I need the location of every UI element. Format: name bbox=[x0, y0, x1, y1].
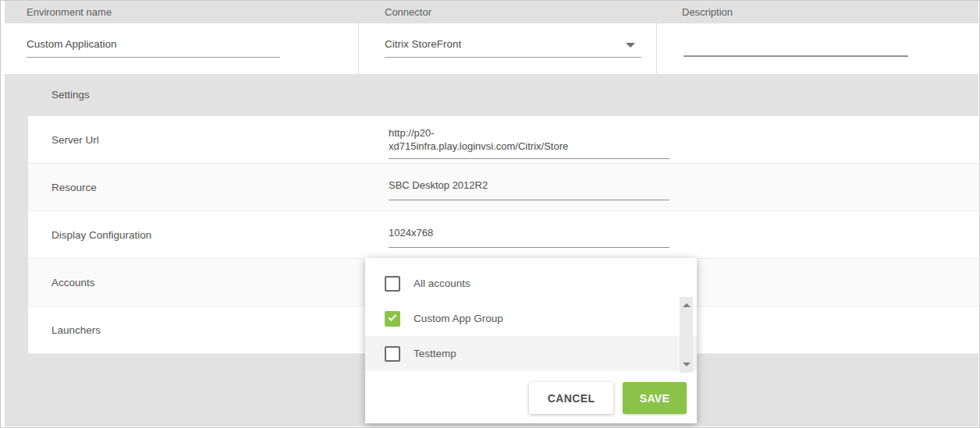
server-url-input[interactable]: http://p20- xd715infra.play.loginvsi.com… bbox=[389, 122, 669, 159]
account-option-label: All accounts bbox=[414, 278, 470, 289]
chevron-down-icon bbox=[626, 43, 635, 48]
popup-scrollbar[interactable] bbox=[680, 297, 693, 373]
environment-editor: Environment name Connector Description C… bbox=[0, 0, 980, 428]
cancel-button[interactable]: CANCEL bbox=[529, 382, 613, 414]
connector-select-value: Citrix StoreFront bbox=[385, 38, 461, 50]
description-input[interactable] bbox=[684, 38, 908, 57]
checkbox[interactable] bbox=[385, 311, 400, 327]
accounts-option-list: All accounts Custom App Group Testtemp bbox=[365, 266, 697, 371]
save-button[interactable]: SAVE bbox=[623, 382, 687, 414]
settings-section-title: Settings bbox=[51, 74, 90, 116]
account-option-custom-app-group[interactable]: Custom App Group bbox=[365, 301, 697, 336]
checkmark-icon bbox=[389, 313, 397, 321]
setting-label: Accounts bbox=[51, 259, 95, 306]
setting-label: Resource bbox=[51, 164, 97, 211]
setting-label: Server Url bbox=[51, 116, 99, 164]
environment-input-row: Custom Application Citrix StoreFront bbox=[2, 23, 978, 74]
setting-row-resource: Resource SBC Desktop 2012R2 bbox=[28, 164, 978, 211]
setting-label: Launchers bbox=[51, 306, 101, 354]
display-configuration-input[interactable]: 1024x768 bbox=[389, 222, 669, 248]
resource-input[interactable]: SBC Desktop 2012R2 bbox=[389, 175, 669, 200]
checkbox[interactable] bbox=[385, 346, 400, 362]
setting-label: Display Configuration bbox=[51, 211, 151, 259]
checkbox[interactable] bbox=[385, 276, 400, 292]
account-option-all-accounts[interactable]: All accounts bbox=[365, 266, 697, 301]
scroll-up-arrow-icon[interactable] bbox=[683, 303, 691, 307]
environment-name-input[interactable]: Custom Application bbox=[27, 38, 280, 58]
connector-select[interactable]: Citrix StoreFront bbox=[385, 38, 641, 58]
setting-row-server-url: Server Url http://p20- xd715infra.play.l… bbox=[28, 116, 978, 164]
server-url-line2: xd715infra.play.loginvsi.com/Citrix/Stor… bbox=[389, 140, 669, 153]
scroll-down-arrow-icon[interactable] bbox=[683, 363, 691, 366]
setting-row-display-configuration: Display Configuration 1024x768 bbox=[28, 211, 978, 259]
account-option-label: Testtemp bbox=[414, 348, 456, 359]
column-divider bbox=[358, 23, 359, 74]
column-header-strip: Environment name Connector Description bbox=[5, 1, 978, 23]
environment-name-column-header: Environment name bbox=[27, 1, 112, 23]
server-url-line1: http://p20- bbox=[389, 126, 669, 140]
popup-button-bar: CANCEL SAVE bbox=[365, 382, 697, 414]
account-option-label: Custom App Group bbox=[414, 313, 503, 324]
column-divider bbox=[656, 23, 657, 74]
account-option-testtemp[interactable]: Testtemp bbox=[365, 336, 697, 371]
connector-column-header: Connector bbox=[385, 1, 431, 23]
description-column-header: Description bbox=[682, 1, 733, 23]
accounts-dropdown-popup: All accounts Custom App Group Testtemp C… bbox=[365, 258, 697, 423]
